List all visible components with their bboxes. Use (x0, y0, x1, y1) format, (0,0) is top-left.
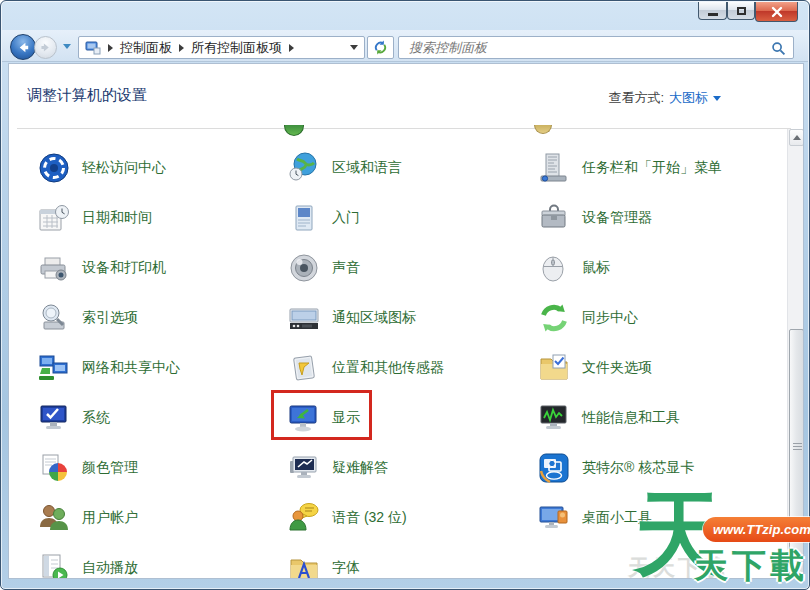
indexing-options-icon (37, 301, 71, 335)
close-button[interactable] (755, 2, 798, 22)
region-language-icon (287, 151, 321, 185)
cp-item-mouse[interactable]: 鼠标 (512, 243, 774, 293)
cp-item-fonts[interactable]: 字体 (262, 543, 512, 579)
header-separator (17, 128, 791, 129)
cp-item-label: 自动播放 (82, 559, 138, 577)
maximize-icon (737, 7, 746, 15)
cp-item-getting-started[interactable]: 入门 (262, 193, 512, 243)
scroll-up-button[interactable] (789, 129, 804, 146)
cp-item-desktop-gadgets[interactable]: 桌面小工具 (512, 493, 774, 543)
cp-item-label: 英特尔® 核芯显卡 (582, 459, 694, 477)
recent-pages-dropdown[interactable] (63, 44, 71, 49)
scrollbar-thumb[interactable] (789, 329, 804, 579)
breadcrumb-item-control-panel[interactable]: 控制面板 (120, 39, 172, 57)
color-management-icon (37, 451, 71, 485)
cp-item-label: 语音 (32 位) (332, 509, 407, 527)
breadcrumb-item-all-items[interactable]: 所有控制面板项 (191, 39, 282, 57)
breadcrumb-arrow-icon (289, 44, 294, 52)
control-panel-icon (85, 41, 101, 55)
cp-item-label: 任务栏和「开始」菜单 (582, 159, 722, 177)
vertical-scrollbar[interactable] (787, 129, 804, 579)
search-icon (771, 41, 786, 56)
control-panel-items: 轻松访问中心 日期和时间 设备和打印机 索引选项 网络和共享中心 系统 (12, 143, 787, 579)
cp-item-label: 鼠标 (582, 259, 610, 277)
troubleshooting-icon (287, 451, 321, 485)
view-by-value[interactable]: 大图标 (669, 89, 708, 107)
cp-item-autoplay[interactable]: 自动播放 (12, 543, 262, 579)
cp-item-label: 桌面小工具 (582, 509, 652, 527)
cp-item-location-sensors[interactable]: 位置和其他传感器 (262, 343, 512, 393)
cp-item-ease-of-access[interactable]: 轻松访问中心 (12, 143, 262, 193)
minimize-icon (708, 13, 718, 16)
cp-item-intel-graphics[interactable]: 英特尔® 核芯显卡 (512, 443, 774, 493)
back-button[interactable] (10, 34, 36, 60)
cp-item-label: 日期和时间 (82, 209, 152, 227)
cp-item-label: 通知区域图标 (332, 309, 416, 327)
cp-item-label: 轻松访问中心 (82, 159, 166, 177)
cp-item-sync-center[interactable]: 同步中心 (512, 293, 774, 343)
notification-area-icon (287, 301, 321, 335)
cp-item-sound[interactable]: 声音 (262, 243, 512, 293)
performance-info-icon (537, 401, 571, 435)
forward-arrow-icon (39, 41, 52, 54)
taskbar-start-menu-icon (537, 151, 571, 185)
ease-of-access-icon (37, 151, 71, 185)
address-dropdown-icon[interactable] (350, 45, 358, 50)
cp-item-troubleshooting[interactable]: 疑难解答 (262, 443, 512, 493)
cp-item-notification-area-icons[interactable]: 通知区域图标 (262, 293, 512, 343)
fonts-icon (287, 551, 321, 579)
scroll-up-icon (793, 135, 801, 140)
cp-item-taskbar-start-menu[interactable]: 任务栏和「开始」菜单 (512, 143, 774, 193)
close-icon (771, 6, 783, 18)
cp-item-network-sharing-center[interactable]: 网络和共享中心 (12, 343, 262, 393)
forward-button[interactable] (34, 36, 57, 59)
getting-started-icon (287, 201, 321, 235)
device-manager-icon (537, 201, 571, 235)
network-sharing-icon (37, 351, 71, 385)
highlight-box-display (271, 390, 372, 440)
cp-item-system[interactable]: 系统 (12, 393, 262, 443)
cp-item-performance-info[interactable]: 性能信息和工具 (512, 393, 774, 443)
cp-item-device-manager[interactable]: 设备管理器 (512, 193, 774, 243)
maximize-button[interactable] (727, 2, 755, 20)
search-input[interactable] (407, 39, 767, 56)
cp-item-speech[interactable]: 语音 (32 位) (262, 493, 512, 543)
cp-item-folder-options[interactable]: 文件夹选项 (512, 343, 774, 393)
location-sensors-icon (287, 351, 321, 385)
view-by-control: 查看方式: 大图标 (608, 89, 721, 107)
cp-item-label: 声音 (332, 259, 360, 277)
cp-item-date-time[interactable]: 日期和时间 (12, 193, 262, 243)
refresh-button[interactable] (367, 36, 394, 59)
cp-item-label: 疑难解答 (332, 459, 388, 477)
system-icon (37, 401, 71, 435)
desktop-gadgets-icon (537, 501, 571, 535)
cp-item-user-accounts[interactable]: 用户帐户 (12, 493, 262, 543)
minimize-button[interactable] (698, 2, 727, 20)
cp-item-label: 区域和语言 (332, 159, 402, 177)
control-panel-window: 控制面板 所有控制面板项 调整计算机的设置 查看方式: 大图标 (0, 0, 810, 590)
devices-printers-icon (37, 251, 71, 285)
cp-item-color-management[interactable]: 颜色管理 (12, 443, 262, 493)
breadcrumb[interactable]: 控制面板 所有控制面板项 (78, 36, 365, 59)
partial-icon-top (284, 125, 304, 136)
cp-item-label: 字体 (332, 559, 360, 577)
date-time-icon (37, 201, 71, 235)
cp-item-label: 文件夹选项 (582, 359, 652, 377)
user-accounts-icon (37, 501, 71, 535)
cp-item-region-language[interactable]: 区域和语言 (262, 143, 512, 193)
refresh-icon (373, 40, 388, 55)
partial-icon-top (534, 125, 552, 134)
cp-item-label: 用户帐户 (82, 509, 138, 527)
cp-item-devices-printers[interactable]: 设备和打印机 (12, 243, 262, 293)
cp-item-label: 设备管理器 (582, 209, 652, 227)
cp-item-label: 系统 (82, 409, 110, 427)
cp-item-label: 网络和共享中心 (82, 359, 180, 377)
folder-options-icon (537, 351, 571, 385)
cp-item-label: 入门 (332, 209, 360, 227)
view-by-dropdown-icon[interactable] (713, 96, 721, 101)
cp-item-indexing-options[interactable]: 索引选项 (12, 293, 262, 343)
content-panel: 调整计算机的设置 查看方式: 大图标 轻松访问中心 日期和时间 设备和打印机 (8, 63, 804, 579)
speech-icon (287, 501, 321, 535)
mouse-icon (537, 251, 571, 285)
cp-item-label: 设备和打印机 (82, 259, 166, 277)
